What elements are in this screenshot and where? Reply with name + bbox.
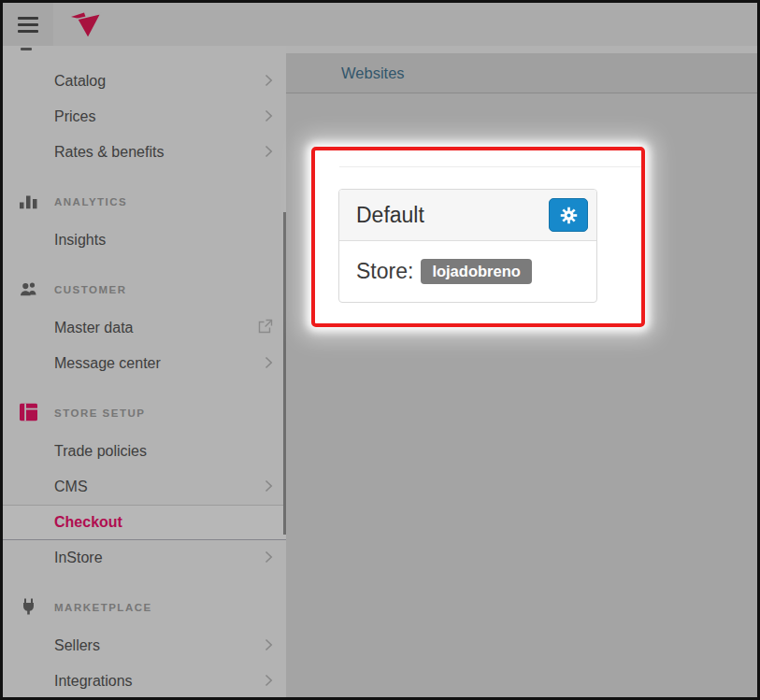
chevron-right-icon [265,145,273,161]
vtex-logo[interactable] [70,10,102,40]
gear-icon [560,207,578,224]
bar-chart-icon [20,193,38,211]
sidebar-item-label: Checkout [54,514,273,531]
sidebar-item-rates-&-benefits[interactable]: Rates & benefits [3,135,286,170]
sidebar-section-analytics: ANALYTICS [3,184,286,220]
sidebar-section-marketplace: MARKETPLACE [3,590,286,625]
chevron-right-icon [265,109,273,125]
sidebar-item-label: Catalog [54,73,265,90]
partial-scrolled-icon [21,48,32,50]
sidebar-item-master-data[interactable]: Master data [3,310,286,346]
sidebar-section-label: STORE SETUP [54,407,145,419]
sidebar-section-label: MARKETPLACE [54,602,152,613]
settings-button[interactable] [549,198,588,232]
sidebar-item-label: Trade policies [54,443,273,460]
tutorial-highlight-box: Default [311,147,645,327]
sidebar-item-prices[interactable]: Prices [3,99,286,135]
sidebar-item-label: Prices [54,108,265,125]
website-card: Default [338,189,597,303]
sidebar-item-checkout[interactable]: Checkout [3,505,286,540]
content-top-strip [286,46,757,53]
sidebar-item-label: Sellers [54,637,265,654]
sidebar-item-catalog[interactable]: Catalog [3,64,286,99]
website-card-header: Default [339,190,596,241]
chevron-right-icon [265,674,273,690]
tab-websites[interactable]: Websites [286,64,405,82]
divider [339,166,641,167]
chevron-right-icon [265,356,273,372]
chevron-right-icon [265,74,273,90]
chevron-right-icon [265,479,273,495]
people-icon [20,282,39,298]
sidebar-item-label: Rates & benefits [54,144,265,161]
external-link-icon [257,319,273,337]
sidebar-item-integrations[interactable]: Integrations [3,664,286,697]
sidebar-section-label: ANALYTICS [54,196,127,207]
sidebar-section-label: CUSTOMER [54,284,127,295]
sidebar-item-label: Master data [54,320,257,336]
hamburger-menu-button[interactable] [3,3,53,46]
website-card-body: Store: lojadobreno [339,241,596,302]
sidebar-item-insights[interactable]: Insights [3,222,286,258]
screenshot-frame: CatalogPricesRates & benefitsANALYTICSIn… [0,0,760,700]
sidebar-section-customer: CUSTOMER [3,272,286,307]
sidebar-item-instore[interactable]: InStore [3,540,286,576]
sidebar-item-message-center[interactable]: Message center [3,346,286,381]
sidebar-item-label: Integrations [54,673,265,690]
tab-bar: Websites [286,53,757,93]
store-name-badge: lojadobreno [421,259,531,285]
hamburger-menu-icon [18,17,38,20]
sidebar-section-store-setup: STORE SETUP [3,395,286,431]
sidebar-item-cms[interactable]: CMS [3,469,286,505]
sidebar-item-label: Insights [54,232,273,249]
website-card-title: Default [356,203,424,228]
store-layout-icon [20,404,37,423]
app-window: CatalogPricesRates & benefitsANALYTICSIn… [3,3,757,697]
sidebar-nav: CatalogPricesRates & benefitsANALYTICSIn… [3,46,286,697]
chevron-right-icon [265,550,273,566]
sidebar-item-label: Message center [54,355,265,372]
store-label: Store: [356,259,413,284]
chevron-right-icon [265,638,273,654]
sidebar-item-sellers[interactable]: Sellers [3,628,286,664]
sidebar-item-label: CMS [54,479,265,495]
top-bar [3,3,757,46]
sidebar-item-trade-policies[interactable]: Trade policies [3,434,286,469]
sidebar-item-label: InStore [54,550,265,566]
main-content: Websites [286,46,757,697]
plug-icon [20,598,37,618]
